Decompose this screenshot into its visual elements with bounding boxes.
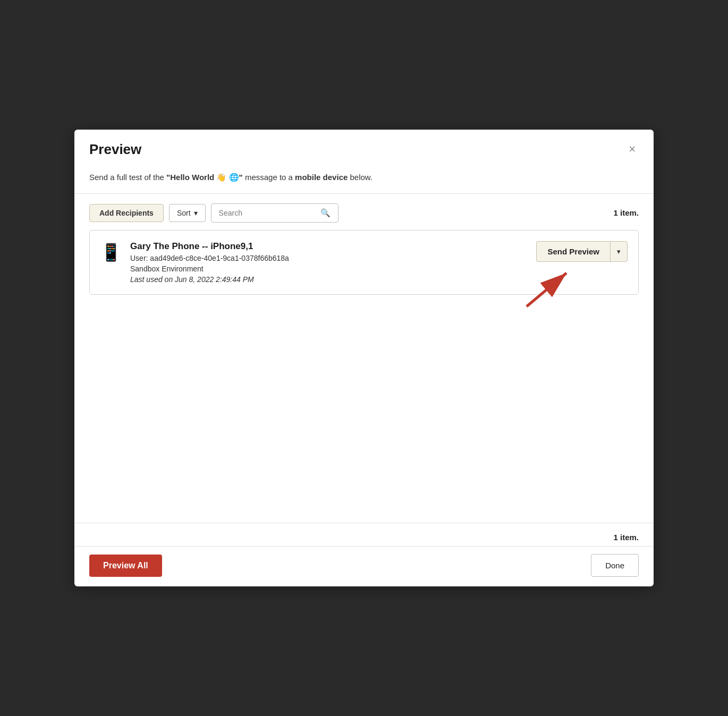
- subheader-message: "Hello World 👋 🌐": [166, 173, 243, 182]
- device-last-used: Last used on Jun 8, 2022 2:49:44 PM: [130, 275, 289, 284]
- done-button[interactable]: Done: [591, 554, 639, 577]
- send-preview-button[interactable]: Send Preview: [536, 241, 610, 262]
- svg-line-1: [527, 273, 566, 306]
- add-recipients-button[interactable]: Add Recipients: [89, 204, 164, 222]
- modal-title: Preview: [89, 141, 141, 158]
- search-box: 🔍: [211, 203, 338, 223]
- sort-button[interactable]: Sort ▾: [169, 204, 206, 222]
- device-user: User: aad49de6-c8ce-40e1-9ca1-0378f66b61…: [130, 254, 289, 262]
- send-preview-dropdown-button[interactable]: ▾: [610, 241, 628, 262]
- toolbar: Add Recipients Sort ▾ 🔍 1 item.: [74, 194, 654, 230]
- modal-header: Preview ×: [74, 130, 654, 166]
- send-preview-group: Send Preview ▾: [536, 241, 628, 262]
- close-button[interactable]: ×: [625, 142, 639, 156]
- subheader-text-2: message to a: [243, 173, 295, 182]
- modal-footer: Preview All Done: [74, 546, 654, 586]
- subheader-text-1: Send a full test of the: [89, 173, 166, 182]
- subheader-text-3: below.: [348, 173, 373, 182]
- modal-subheader: Send a full test of the "Hello World 👋 🌐…: [74, 166, 654, 194]
- modal-body: 📱 Gary The Phone -- iPhone9,1 User: aad4…: [74, 230, 654, 515]
- sort-chevron-icon: ▾: [194, 209, 198, 217]
- device-card: 📱 Gary The Phone -- iPhone9,1 User: aad4…: [89, 230, 639, 295]
- modal-overlay: Preview × Send a full test of the "Hello…: [0, 0, 728, 716]
- device-left: 📱 Gary The Phone -- iPhone9,1 User: aad4…: [100, 241, 289, 284]
- red-arrow-annotation: [516, 261, 585, 314]
- sort-label: Sort: [177, 209, 191, 217]
- search-icon: 🔍: [320, 208, 331, 218]
- device-environment: Sandbox Environment: [130, 265, 289, 273]
- device-icon: 📱: [100, 242, 122, 262]
- footer-item-count: 1 item.: [74, 523, 654, 546]
- device-info: Gary The Phone -- iPhone9,1 User: aad49d…: [130, 241, 289, 284]
- toolbar-item-count: 1 item.: [613, 208, 639, 217]
- modal: Preview × Send a full test of the "Hello…: [74, 130, 654, 586]
- device-name: Gary The Phone -- iPhone9,1: [130, 241, 289, 252]
- subheader-bold: mobile device: [295, 173, 348, 182]
- preview-all-button[interactable]: Preview All: [89, 555, 162, 577]
- search-input[interactable]: [219, 209, 316, 217]
